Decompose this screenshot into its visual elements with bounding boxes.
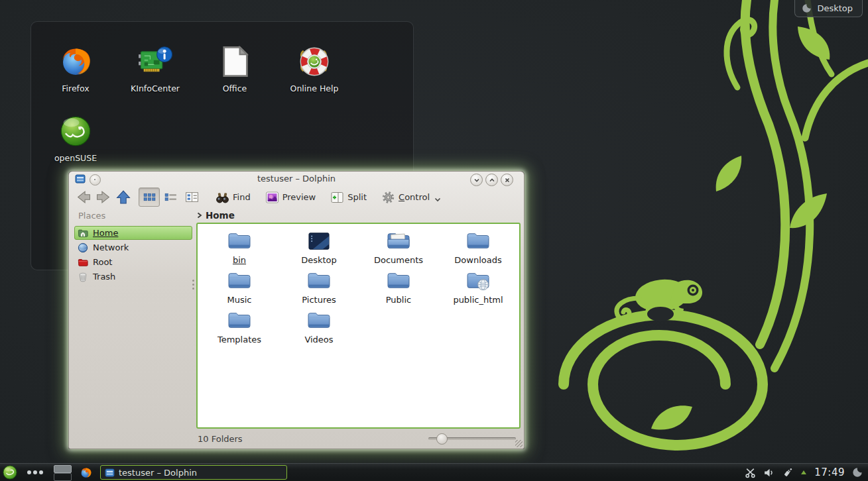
forward-button[interactable]: [95, 190, 111, 204]
breadcrumb: Home: [197, 209, 235, 222]
desktop-screen: Desktop FirefoxKInfoCenterOfficeOnline H…: [0, 0, 868, 481]
dolphin-window: testuser – Dolphin FindPreviewSplitContr…: [68, 171, 525, 449]
folder-item-bin[interactable]: bin: [201, 231, 278, 265]
preview-button[interactable]: Preview: [263, 189, 319, 205]
chevron-right-icon: [197, 212, 202, 219]
folder-item-label: Documents: [360, 255, 437, 265]
folder-item-documents[interactable]: Documents: [360, 231, 437, 265]
control-button[interactable]: Control: [379, 189, 444, 205]
folder-item-templates[interactable]: Templates: [201, 310, 278, 345]
desktop-icon-kinfocenter[interactable]: KInfoCenter: [119, 44, 192, 93]
status-text: 10 Folders: [198, 434, 243, 444]
places-item-root[interactable]: Root: [74, 255, 192, 269]
tray-expand-arrow-icon[interactable]: [800, 470, 807, 475]
window-title: testuser – Dolphin: [69, 174, 524, 184]
maximize-button[interactable]: [485, 174, 498, 186]
desktop-icon-office[interactable]: Office: [198, 44, 271, 93]
folder-item-music[interactable]: Music: [201, 270, 278, 305]
desktop-toolbox-label: Desktop: [817, 3, 853, 13]
folder-item-public[interactable]: Public: [360, 270, 437, 305]
minimize-button[interactable]: [470, 174, 483, 186]
desktop-icon-online-help[interactable]: Online Help: [278, 44, 351, 93]
toolbar-button-label: Split: [347, 192, 367, 202]
folder-icon: [465, 231, 491, 252]
folder-item-public-html[interactable]: public_html: [440, 270, 517, 305]
folder-icon: [226, 231, 253, 252]
places-item-home[interactable]: Home: [74, 226, 192, 240]
folder-item-downloads[interactable]: Downloads: [440, 231, 517, 265]
window-titlebar[interactable]: testuser – Dolphin: [69, 172, 524, 186]
kickoff-menu-button[interactable]: [3, 465, 17, 480]
places-panel: Places HomeNetworkRootTrash: [73, 209, 194, 429]
task-button-dolphin[interactable]: testuser – Dolphin: [100, 465, 287, 480]
back-button[interactable]: [76, 190, 92, 204]
folder-item-label: Downloads: [440, 255, 517, 265]
main-toolbar: FindPreviewSplitControl: [69, 187, 524, 207]
office-icon: [217, 44, 252, 79]
folder-item-pictures[interactable]: Pictures: [280, 270, 357, 305]
system-tray: 17:49: [745, 464, 868, 481]
folder-item-label: Pictures: [280, 295, 357, 305]
documents-folder-icon: [385, 231, 412, 252]
desktop-toolbox-button[interactable]: Desktop: [794, 0, 863, 17]
zoom-slider-handle[interactable]: [436, 433, 448, 445]
folder-icon: [385, 270, 412, 292]
control-icon: [381, 191, 395, 204]
places-item-trash[interactable]: Trash: [74, 270, 192, 284]
panel-splitter-handle[interactable]: [192, 278, 195, 357]
folder-item-label: Videos: [280, 335, 357, 345]
places-item-label: Root: [93, 257, 112, 267]
public-html-folder-icon: [465, 270, 491, 292]
volume-icon[interactable]: [763, 467, 775, 478]
details-view-button[interactable]: [160, 187, 181, 207]
device-notifier-icon[interactable]: [782, 467, 793, 478]
split-button[interactable]: Split: [328, 189, 369, 205]
desktop-icon-label: Online Help: [278, 83, 351, 93]
icons-view-button[interactable]: [139, 187, 160, 207]
folder-item-label: Public: [360, 295, 437, 305]
details-view-icon: [164, 191, 178, 203]
folder-view[interactable]: binDesktopDocumentsDownloadsMusicPicture…: [196, 223, 521, 429]
virtual-desktop-pager[interactable]: [53, 464, 72, 480]
desktop-icon-label: Firefox: [39, 83, 112, 93]
columns-view-button[interactable]: [181, 187, 202, 207]
desktop-icon-opensuse[interactable]: openSUSE: [39, 114, 112, 163]
klipper-scissors-icon[interactable]: [745, 467, 756, 478]
breadcrumb-home[interactable]: Home: [206, 210, 235, 221]
clock[interactable]: 17:49: [814, 466, 845, 478]
preview-icon: [265, 191, 279, 204]
trash-icon: [78, 272, 88, 282]
folder-item-label: Desktop: [280, 255, 357, 265]
find-button[interactable]: Find: [213, 189, 253, 205]
split-icon: [330, 191, 344, 204]
folder-item-desktop[interactable]: Desktop: [280, 231, 357, 265]
folder-item-videos[interactable]: Videos: [280, 310, 357, 345]
places-item-network[interactable]: Network: [74, 240, 192, 254]
folder-icon: [306, 270, 332, 292]
firefox-launcher[interactable]: [80, 466, 92, 479]
klipper-scissors-icon: [745, 467, 756, 478]
desktop-icon-firefox[interactable]: Firefox: [39, 44, 112, 93]
cashew-icon: [802, 3, 812, 13]
folder-item-label: public_html: [440, 295, 517, 305]
chevron-up-icon: [489, 177, 495, 184]
kinfocenter-icon: [138, 44, 172, 79]
zoom-slider[interactable]: [428, 435, 516, 443]
close-button[interactable]: [501, 174, 513, 186]
up-button[interactable]: [115, 190, 131, 204]
device-notifier-icon: [782, 467, 793, 478]
chevron-down-icon: [473, 177, 480, 184]
panel-dots-button[interactable]: [27, 469, 44, 476]
window-resize-grip[interactable]: [515, 440, 523, 447]
panel-toolbox-cashew[interactable]: [852, 467, 863, 478]
taskbar-panel: testuser – Dolphin 17:49: [0, 463, 868, 481]
pager-desktop-2[interactable]: [54, 473, 72, 481]
task-button-label: testuser – Dolphin: [119, 468, 197, 478]
network-icon: [78, 242, 88, 253]
desktop-icon-label: Office: [198, 83, 271, 93]
pager-desktop-1[interactable]: [54, 465, 72, 473]
statusbar: 10 Folders: [69, 430, 524, 449]
folder-item-label: bin: [201, 255, 278, 265]
home-icon: [78, 228, 88, 239]
places-item-label: Trash: [93, 272, 115, 282]
